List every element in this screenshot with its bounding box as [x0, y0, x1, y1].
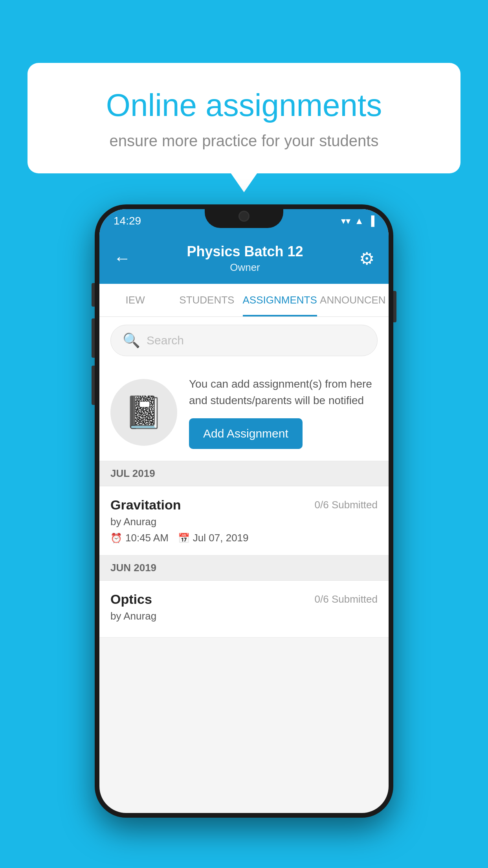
wifi-icon: ▾▾ — [341, 215, 350, 226]
volume-up-button — [92, 318, 95, 358]
assignment-date: 📅 Jul 07, 2019 — [178, 532, 249, 544]
notebook-icon: 📓 — [124, 394, 163, 431]
back-button[interactable]: ← — [114, 248, 131, 268]
status-icons: ▾▾ ▲ ▐ — [341, 215, 374, 226]
assignment-gravitation[interactable]: Gravitation 0/6 Submitted by Anurag ⏰ 10… — [99, 486, 389, 555]
speech-bubble-container: Online assignments ensure more practice … — [28, 63, 460, 173]
assignment-name: Gravitation — [110, 497, 181, 513]
phone-notch — [205, 204, 283, 228]
section-jul-2019: JUL 2019 — [99, 461, 389, 486]
bubble-subtitle: ensure more practice for your students — [59, 132, 429, 150]
app-header: ← Physics Batch 12 Owner ⚙ — [99, 233, 389, 284]
search-placeholder: Search — [147, 334, 184, 347]
phone-device: 14:29 ▾▾ ▲ ▐ ← Physics Batch 12 Owner ⚙ — [95, 204, 393, 818]
tab-students[interactable]: STUDENTS — [171, 284, 242, 316]
tabs-container: IEW STUDENTS ASSIGNMENTS ANNOUNCEN — [99, 284, 389, 317]
silent-button — [92, 283, 95, 307]
promo-icon-circle: 📓 — [110, 379, 177, 446]
assignment-meta: ⏰ 10:45 AM 📅 Jul 07, 2019 — [110, 532, 378, 544]
signal-icon: ▲ — [354, 215, 364, 226]
header-title: Physics Batch 12 — [187, 243, 303, 260]
assignment-optics-top: Optics 0/6 Submitted — [110, 592, 378, 607]
calendar-icon: 📅 — [178, 533, 190, 544]
clock-icon: ⏰ — [110, 533, 122, 544]
promo-description: You can add assignment(s) from here and … — [189, 376, 378, 409]
settings-icon[interactable]: ⚙ — [359, 248, 374, 268]
search-icon: 🔍 — [123, 332, 140, 349]
promo-section: 📓 You can add assignment(s) from here an… — [99, 364, 389, 461]
assignment-author: by Anurag — [110, 516, 378, 528]
assignment-optics-submitted: 0/6 Submitted — [315, 593, 378, 605]
phone-screen: 14:29 ▾▾ ▲ ▐ ← Physics Batch 12 Owner ⚙ — [99, 209, 389, 813]
tab-assignments[interactable]: ASSIGNMENTS — [243, 284, 317, 316]
assignment-top: Gravitation 0/6 Submitted — [110, 497, 378, 513]
front-camera — [238, 211, 250, 222]
assignment-time: ⏰ 10:45 AM — [110, 532, 169, 544]
phone-wrapper: 14:29 ▾▾ ▲ ▐ ← Physics Batch 12 Owner ⚙ — [95, 204, 393, 818]
section-jun-2019: JUN 2019 — [99, 555, 389, 581]
speech-bubble: Online assignments ensure more practice … — [28, 63, 460, 173]
assignment-submitted: 0/6 Submitted — [315, 499, 378, 511]
tab-announcements[interactable]: ANNOUNCEN — [317, 284, 389, 316]
search-container: 🔍 Search — [99, 317, 389, 364]
header-center: Physics Batch 12 Owner — [187, 243, 303, 274]
header-subtitle: Owner — [187, 261, 303, 274]
promo-right: You can add assignment(s) from here and … — [189, 376, 378, 449]
volume-down-button — [92, 366, 95, 405]
battery-icon: ▐ — [368, 215, 374, 226]
power-button — [393, 291, 396, 322]
search-bar[interactable]: 🔍 Search — [110, 325, 378, 356]
assignment-optics[interactable]: Optics 0/6 Submitted by Anurag — [99, 581, 389, 638]
add-assignment-button[interactable]: Add Assignment — [189, 418, 303, 449]
status-time: 14:29 — [114, 215, 141, 227]
assignment-optics-name: Optics — [110, 592, 152, 607]
bubble-title: Online assignments — [59, 86, 429, 124]
assignment-optics-author: by Anurag — [110, 610, 378, 622]
tab-iew[interactable]: IEW — [99, 284, 171, 316]
